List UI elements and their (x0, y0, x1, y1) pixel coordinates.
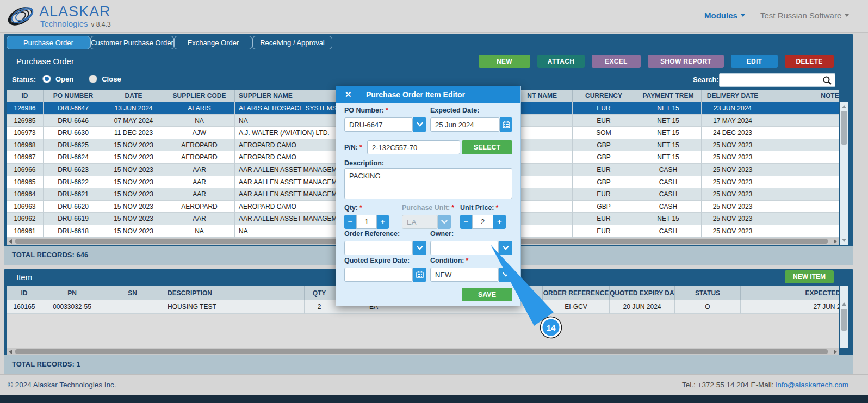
condition-dropdown-button[interactable] (499, 268, 512, 282)
qty-minus-button[interactable]: − (344, 215, 356, 229)
scrollbar-thumb[interactable] (841, 111, 847, 145)
column-header[interactable]: ID (7, 90, 44, 102)
cell-id: 126986 (7, 102, 44, 115)
close-icon[interactable]: ✕ (345, 90, 352, 100)
user-menu[interactable]: Test Russian Software (760, 11, 849, 20)
cell-supplier-code: AAR (164, 213, 235, 225)
description-textarea[interactable]: PACKING (344, 168, 512, 199)
expected-date-calendar-button[interactable] (500, 117, 512, 132)
scroll-up-icon[interactable] (842, 302, 846, 306)
modules-menu[interactable]: Modules (704, 11, 745, 20)
edit-button[interactable]: EDIT (731, 55, 778, 68)
quoted-expire-date-input[interactable] (344, 268, 413, 282)
cell-currency: EUR (573, 164, 635, 176)
scroll-down-icon[interactable] (842, 239, 846, 242)
po-number-input[interactable] (344, 117, 413, 132)
search-icon[interactable] (822, 76, 832, 88)
email-link[interactable]: info@alaskartech.com (776, 381, 848, 389)
scroll-up-icon[interactable] (842, 105, 846, 108)
condition-input[interactable] (430, 268, 499, 282)
cell-date: 13 JUN 2024 (103, 102, 164, 115)
tab-receiving-approval[interactable]: Receiving / Approval (252, 36, 332, 49)
column-header[interactable]: DELIVERY DATE (702, 90, 764, 102)
scroll-left-icon[interactable] (9, 239, 12, 244)
radio-selected-icon[interactable] (42, 75, 51, 83)
pn-input[interactable] (367, 140, 460, 154)
logo-swirl-icon (7, 3, 36, 29)
column-header[interactable]: PN (42, 286, 102, 300)
column-header[interactable]: CURRENCY (573, 90, 635, 102)
pn-select-button[interactable]: SELECT (462, 140, 512, 154)
owner-dropdown-button[interactable] (499, 241, 512, 255)
search-input[interactable] (722, 75, 820, 86)
column-header[interactable]: PAYMENT TREM (635, 90, 702, 102)
cell-po-number: DRU-6625 (44, 139, 103, 152)
item-horizontal-scrollbar[interactable] (7, 348, 839, 355)
tab-purchase-order[interactable]: Purchase Order (7, 36, 90, 49)
chevron-down-icon (503, 246, 509, 250)
po-vertical-scrollbar[interactable] (840, 102, 848, 245)
cell-supplier-code: NA (164, 225, 235, 238)
user-menu-label: Test Russian Software (760, 11, 841, 20)
column-header[interactable]: QUOTED EXPIRY DATE (610, 286, 675, 300)
contact-text: Tel.: +372 55 14 204 E-Mail: (682, 381, 773, 389)
cell-id: 160165 (7, 300, 42, 314)
tab-exchange-order[interactable]: Exchange Order (174, 36, 252, 49)
top-header: ALASKAR Technologies v 8.4.3 Modules Tes… (0, 0, 868, 33)
excel-button[interactable]: EXCEL (592, 55, 641, 68)
unit-price-minus-button[interactable]: − (460, 215, 472, 229)
column-header[interactable]: EXPECTED DATE (741, 286, 839, 300)
po-number-dropdown-button[interactable] (413, 117, 426, 132)
expected-date-input[interactable] (430, 117, 500, 132)
quoted-expire-date-calendar-button[interactable] (413, 268, 426, 282)
cell-payment-term: NET 15 (635, 115, 702, 127)
cell-supplier-code: AEROPARD (164, 139, 235, 152)
delete-button[interactable]: DELETE (785, 55, 834, 68)
status-open-radio[interactable]: Open (42, 75, 73, 83)
scrollbar-thumb[interactable] (15, 349, 828, 354)
scrollbar-thumb[interactable] (841, 309, 847, 331)
column-header[interactable]: DATE (103, 90, 164, 102)
cell-po-number: DRU-6624 (44, 151, 103, 164)
save-button[interactable]: SAVE (462, 288, 512, 301)
scroll-right-icon[interactable] (834, 239, 837, 244)
order-reference-input[interactable] (344, 241, 413, 255)
show-report-button[interactable]: SHOW REPORT (648, 55, 724, 68)
order-reference-dropdown-button[interactable] (413, 241, 426, 255)
column-header[interactable]: NOTE (764, 90, 839, 102)
item-title: Item (16, 272, 32, 282)
item-vertical-scrollbar[interactable] (840, 286, 848, 348)
cell-supplier-code: ALARIS (164, 102, 235, 115)
column-header[interactable]: ORDER REFERENCE (543, 286, 610, 300)
cell-date: 15 NOV 2023 (103, 151, 164, 164)
scroll-left-icon[interactable] (9, 350, 12, 354)
cell-po-number: DRU-6620 (44, 201, 103, 213)
radio-unselected-icon[interactable] (89, 75, 97, 83)
status-close-radio[interactable]: Close (89, 75, 121, 83)
owner-input[interactable] (430, 241, 499, 255)
quoted-expire-date-label: Quoted Expire Date: (344, 257, 410, 264)
attach-button[interactable]: ATTACH (537, 55, 585, 68)
new-button[interactable]: NEW (479, 55, 530, 68)
search-box (719, 73, 835, 87)
column-header[interactable]: QTY (305, 286, 334, 300)
column-header[interactable]: SUPPLIER CODE (164, 90, 235, 102)
scroll-right-icon[interactable] (834, 350, 837, 354)
cell-currency: GBP (573, 201, 635, 213)
unit-price-value[interactable]: 2 (472, 215, 493, 229)
column-header[interactable]: SN (102, 286, 163, 300)
unit-price-plus-button[interactable]: + (493, 215, 506, 229)
cell-note (764, 139, 839, 152)
qty-plus-button[interactable]: + (377, 215, 389, 229)
tab-customer-purchase-order[interactable]: Customer Purchase Order (90, 36, 174, 49)
column-header[interactable]: PO NUMBER (44, 90, 103, 102)
column-header[interactable]: ID (7, 286, 42, 300)
qty-value[interactable]: 1 (356, 215, 377, 229)
cell-payment-term: CASH (635, 225, 702, 238)
column-header[interactable]: DESCRIPTION (163, 286, 305, 300)
column-header[interactable]: STATUS (675, 286, 741, 300)
new-item-button[interactable]: NEW ITEM (785, 270, 834, 283)
cell-note (764, 115, 839, 127)
cell-date: 15 NOV 2023 (103, 201, 164, 213)
cell-date: 15 NOV 2023 (103, 225, 164, 238)
